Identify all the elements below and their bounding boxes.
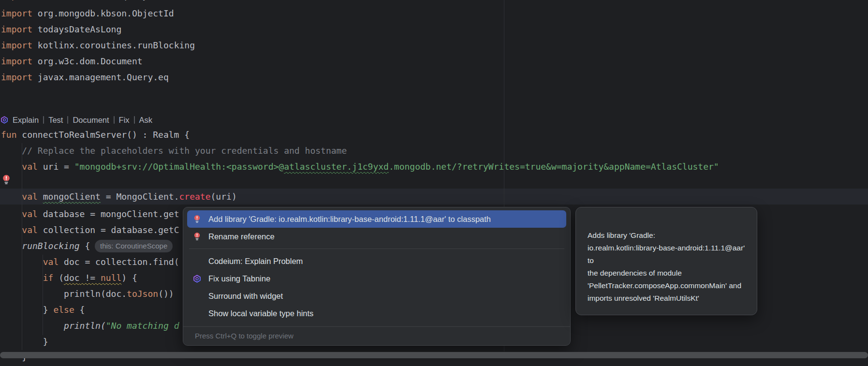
code-line-else: } else { [1,302,85,318]
code-line-fun-decl: fun connectToRealmServer() : Realm { [1,127,190,143]
popup-item-label: Surround with widget [208,292,283,301]
space [38,191,43,202]
keyword: import [1,8,32,18]
indent [1,305,43,315]
lens-separator [43,116,44,124]
function-call: println [64,321,101,331]
parens: ()) [158,289,174,299]
variable-typo: mongoClient [43,191,101,202]
code-line-database: val database = mongoClient.get [1,206,179,222]
popup-item-label: Codeium: Explain Problem [208,257,303,266]
arguments: (uri) [211,191,237,202]
indent [1,209,22,219]
lens-action-ask[interactable]: Ask [139,116,153,125]
null-keyword: null [101,273,121,283]
error-bulb-icon [192,215,202,224]
function-call: runBlocking [22,241,79,251]
error-bulb-icon [192,232,202,241]
keyword: val [43,257,59,267]
popup-separator [189,249,564,249]
keyword: import [1,24,32,34]
code-line-println-nomatch: println("No matching d [1,318,179,334]
brace: } [1,337,48,347]
popup-item-show-type-hints[interactable]: Show local variable type hints [187,305,566,322]
tabnine-icon [192,275,202,283]
popup-item-label: Rename reference [208,232,275,241]
code-line-import-clipped: import io.realm.kotlin.query.RealmResult… [1,0,216,3]
import-path: todaysDateAsLong [32,24,121,34]
keyword: val [22,209,38,219]
variable: doc [64,273,80,283]
error-bulb-icon[interactable] [2,175,11,187]
horizontal-scrollbar[interactable] [0,352,868,358]
keyword: val [22,161,38,172]
variable: uri = [38,161,74,172]
code-line-import-objectid: import org.mongodb.kbson.ObjectId [1,5,174,21]
code-line-println-json: println(doc.toJson()) [1,286,174,302]
keyword: import [1,0,32,0]
tooltip-text: Adds library 'Gradle: io.realm.kotlin:li… [588,231,745,302]
code-lens-actions: Explain Test Document Fix Ask [0,113,152,127]
import-path: io.realm.kotlin.query.RealmResults [32,0,216,0]
lens-action-document[interactable]: Document [73,116,109,125]
paren: ) { [121,273,137,283]
code-line-import-runblocking: import kotlinx.coroutines.runBlocking [1,37,195,53]
lens-action-test[interactable]: Test [48,116,63,125]
code-line-doc: val doc = collection.find( [1,254,179,270]
indent [1,273,43,283]
code-line-uri: val uri = "mongodb+srv://OptimalHealth:<… [1,159,719,175]
keyword: if [43,273,54,283]
code-line-import-document: import org.w3c.dom.Document [1,53,143,69]
code-line-close-if: } [1,334,48,350]
keyword: val [22,225,38,235]
lens-separator [134,116,135,124]
function-signature: connectToRealmServer() : Realm { [17,130,190,140]
brace: { [80,241,90,251]
indent [1,161,22,172]
popup-item-surround-widget[interactable]: Surround with widget [187,287,566,305]
lens-action-explain[interactable]: Explain [13,116,39,125]
code-line-if: if (doc != null) { [1,270,137,286]
lens-action-fix[interactable]: Fix [119,116,130,125]
warning-condition: doc != null [64,273,121,283]
expression: println(doc. [1,289,127,299]
indent [1,191,22,202]
code-line-import-query-eq: import javax.management.Query.eq [1,69,169,85]
popup-item-rename-reference[interactable]: Rename reference [187,228,566,245]
keyword: import [1,72,32,82]
expression: doc = collection.find( [59,257,179,267]
intention-description-tooltip: Adds library 'Gradle: io.realm.kotlin:li… [575,207,757,315]
keyword: import [1,40,32,50]
indent [1,321,64,331]
tabnine-icon [0,116,8,124]
inlay-hint-coroutinescope: this: CoroutineScope [95,240,173,252]
popup-item-label: Add library 'Gradle: io.realm.kotlin:lib… [208,215,491,224]
brace: } [43,305,54,315]
popup-item-fix-tabnine[interactable]: Fix using Tabnine [187,270,566,287]
string-literal: .mongodb.net/?retryWrites=true&w=majorit… [389,161,719,172]
keyword: else [53,305,74,315]
unresolved-reference: create [179,191,211,202]
import-path: org.mongodb.kbson.ObjectId [32,8,174,18]
expression: = MongoClient. [101,191,179,202]
string-literal: "mongodb+srv://OptimalHealth:<password>@ [74,161,284,172]
popup-item-codeium-explain[interactable]: Codeium: Explain Problem [187,252,566,270]
comment-text: // Replace the placeholders with your cr… [1,146,347,156]
keyword: import [1,56,32,66]
import-path: org.w3c.dom.Document [32,56,143,66]
operator: != [80,273,101,283]
function-call: toJson [127,289,158,299]
popup-item-add-library[interactable]: Add library 'Gradle: io.realm.kotlin:lib… [187,210,566,228]
expression: collection = database.getC [38,225,179,235]
code-line-comment: // Replace the placeholders with your cr… [1,143,347,159]
paren: ( [101,321,106,331]
string-literal: "No matching d [106,321,179,331]
code-line-collection: val collection = database.getC [1,222,179,238]
expression: database = mongoClient.get [38,209,179,219]
keyword: fun [1,130,17,140]
code-line-import-todaysdate: import todaysDateAsLong [1,21,121,37]
lens-separator [67,116,68,124]
import-path: javax.management.Query.eq [32,72,169,82]
lens-separator [114,116,115,124]
string-literal-typo: atlascluster.j1c9yxd [284,161,389,172]
